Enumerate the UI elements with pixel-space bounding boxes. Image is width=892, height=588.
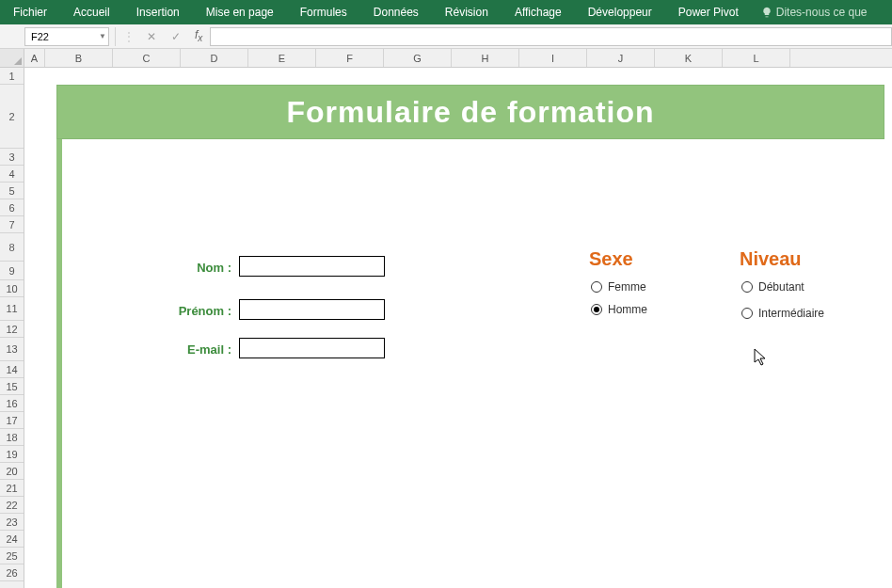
- col-header-l[interactable]: L: [723, 49, 790, 67]
- form-header-band: Formulaire de formation: [56, 85, 884, 139]
- col-header-f[interactable]: F: [316, 49, 384, 67]
- radio-icon: [741, 308, 753, 319]
- row-header-15[interactable]: 15: [0, 378, 24, 395]
- row-header-25[interactable]: 25: [0, 548, 24, 564]
- radio-homme[interactable]: Homme: [591, 303, 647, 316]
- radio-icon-selected: [591, 304, 602, 315]
- row-header-3[interactable]: 3: [0, 149, 24, 166]
- select-all-corner[interactable]: [0, 49, 24, 67]
- tab-developpeur[interactable]: Développeur: [575, 0, 665, 24]
- tab-fichier[interactable]: Fichier: [0, 0, 60, 24]
- col-header-j[interactable]: J: [587, 49, 655, 67]
- enter-formula-button[interactable]: ✓: [167, 27, 185, 46]
- form-title: Formulaire de formation: [286, 95, 654, 130]
- col-header-a[interactable]: A: [24, 49, 45, 67]
- form-left-strip: [56, 139, 62, 588]
- row-header-7[interactable]: 7: [0, 216, 24, 233]
- name-box[interactable]: F22 ▼: [24, 27, 109, 46]
- formula-bar-input[interactable]: [210, 27, 892, 46]
- col-header-k[interactable]: K: [655, 49, 723, 67]
- separator: [115, 27, 116, 46]
- row-header-19[interactable]: 19: [0, 446, 24, 463]
- input-nom[interactable]: [239, 256, 385, 277]
- row-header-21[interactable]: 21: [0, 480, 24, 497]
- col-header-b[interactable]: B: [45, 49, 113, 67]
- fx-icon[interactable]: fx: [191, 28, 202, 43]
- radio-label-homme: Homme: [608, 303, 647, 316]
- separator-dots: ⋮: [121, 30, 136, 43]
- radio-icon: [591, 281, 602, 293]
- radio-label-intermediaire: Intermédiaire: [758, 307, 824, 320]
- tab-power-pivot[interactable]: Power Pivot: [665, 0, 752, 24]
- row-header-4[interactable]: 4: [0, 166, 24, 183]
- row-header-13[interactable]: 13: [0, 338, 24, 361]
- section-title-sexe: Sexe: [589, 248, 633, 270]
- tab-formules[interactable]: Formules: [287, 0, 360, 24]
- section-title-niveau: Niveau: [740, 248, 802, 270]
- tab-accueil[interactable]: Accueil: [60, 0, 123, 24]
- row-header-22[interactable]: 22: [0, 497, 24, 514]
- row-header-8[interactable]: 8: [0, 233, 24, 262]
- row-header-20[interactable]: 20: [0, 463, 24, 480]
- row-header-23[interactable]: 23: [0, 514, 24, 531]
- row-headers: 1 2 3 4 5 6 7 8 9 10 11 12 13 14 15 16 1…: [0, 68, 24, 588]
- col-header-e[interactable]: E: [248, 49, 316, 67]
- tell-me-label: Dites-nous ce que: [776, 6, 868, 19]
- row-header-16[interactable]: 16: [0, 395, 24, 412]
- tab-revision[interactable]: Révision: [432, 0, 502, 24]
- label-nom: Nom :: [147, 261, 231, 275]
- ribbon: Fichier Accueil Insertion Mise en page F…: [0, 0, 892, 24]
- row-header-17[interactable]: 17: [0, 412, 24, 429]
- row-header-14[interactable]: 14: [0, 361, 24, 378]
- input-prenom[interactable]: [239, 299, 385, 320]
- radio-femme[interactable]: Femme: [591, 280, 646, 294]
- name-box-value: F22: [31, 31, 49, 42]
- worksheet[interactable]: Formulaire de formation Nom : Prénom : E…: [24, 68, 892, 588]
- tab-donnees[interactable]: Données: [360, 0, 432, 24]
- row-header-26[interactable]: 26: [0, 564, 24, 581]
- row-header-2[interactable]: 2: [0, 85, 24, 149]
- radio-icon: [741, 281, 753, 293]
- row-header-9[interactable]: 9: [0, 262, 24, 280]
- cancel-formula-button[interactable]: ✕: [142, 27, 161, 46]
- row-header-18[interactable]: 18: [0, 429, 24, 446]
- name-formula-bar: F22 ▼ ⋮ ✕ ✓ fx: [0, 24, 892, 49]
- row-header-11[interactable]: 11: [0, 297, 24, 321]
- grid-area: 1 2 3 4 5 6 7 8 9 10 11 12 13 14 15 16 1…: [0, 68, 892, 588]
- tab-insertion[interactable]: Insertion: [123, 0, 193, 24]
- tab-mise-en-page[interactable]: Mise en page: [193, 0, 287, 24]
- tab-affichage[interactable]: Affichage: [502, 0, 575, 24]
- row-header-6[interactable]: 6: [0, 199, 24, 216]
- col-header-h[interactable]: H: [452, 49, 519, 67]
- dropdown-icon: ▼: [99, 32, 106, 40]
- row-header-1[interactable]: 1: [0, 68, 24, 85]
- label-prenom: Prénom :: [147, 304, 231, 318]
- column-headers: A B C D E F G H I J K L: [0, 49, 892, 68]
- row-header-12[interactable]: 12: [0, 321, 24, 338]
- lightbulb-icon: [761, 7, 773, 18]
- radio-label-debutant: Débutant: [758, 280, 804, 294]
- col-header-g[interactable]: G: [384, 49, 452, 67]
- radio-debutant[interactable]: Débutant: [741, 280, 804, 294]
- row-header-10[interactable]: 10: [0, 280, 24, 297]
- col-header-c[interactable]: C: [113, 49, 181, 67]
- row-header-5[interactable]: 5: [0, 183, 24, 199]
- label-email: E-mail :: [147, 342, 231, 357]
- row-header-24[interactable]: 24: [0, 531, 24, 548]
- radio-label-femme: Femme: [608, 280, 646, 294]
- col-header-i[interactable]: I: [519, 49, 587, 67]
- radio-intermediaire[interactable]: Intermédiaire: [741, 307, 824, 320]
- col-header-d[interactable]: D: [181, 49, 248, 67]
- input-email[interactable]: [239, 338, 385, 358]
- tell-me-search[interactable]: Dites-nous ce que: [761, 0, 868, 24]
- mouse-cursor-icon: [754, 348, 769, 367]
